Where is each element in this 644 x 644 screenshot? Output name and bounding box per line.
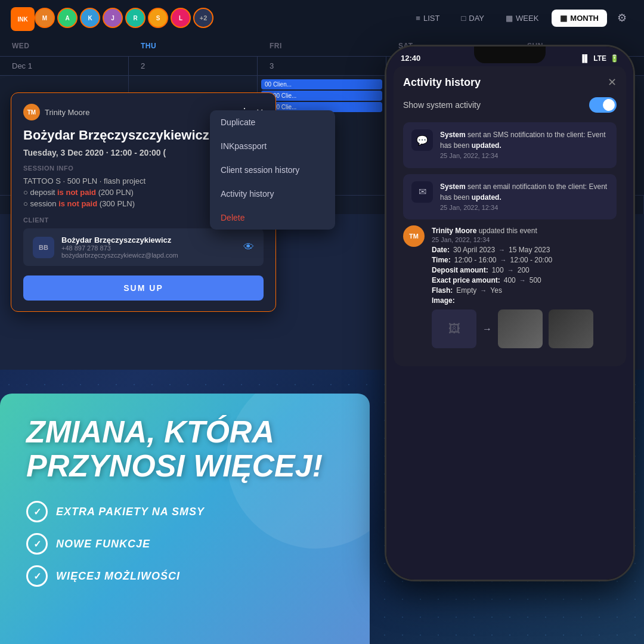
feature-list: EXTRA PAKIETY NA SMSY NOWE FUNKCJE WIĘCE…: [26, 501, 343, 587]
signal-type: LTE: [593, 54, 606, 63]
user-update-avatar: TM: [403, 225, 425, 247]
card-user-avatar: TM: [23, 104, 40, 120]
check-icon-2: [26, 533, 48, 555]
promo-title-line2: PRZYNOSI WIĘCEJ!: [26, 448, 323, 483]
avatar-6[interactable]: R: [125, 8, 145, 28]
sms-icon: 💬: [411, 129, 433, 151]
promo-section: ZMIANA, KTÓRA PRZYNOSI WIĘCEJ! EXTRA PAK…: [0, 394, 370, 644]
cal-date-3: 3: [258, 57, 386, 75]
activity-item-sms: 💬 System sent an SMS notification to the…: [403, 122, 617, 168]
activity-user-row: TM Trinity Moore updated this event 25 J…: [403, 225, 617, 348]
ctx-inkpassport[interactable]: INKpassport: [210, 134, 335, 158]
change-image-label: Image:: [432, 296, 593, 305]
activity-close-button[interactable]: ✕: [608, 76, 617, 89]
update-time: 25 Jan, 2022, 12:34: [432, 236, 593, 243]
context-menu: Duplicate INKpassport Client session his…: [210, 110, 335, 230]
avatar-8[interactable]: L: [171, 8, 191, 28]
avatar-list: T M A K J R S L +2: [12, 8, 213, 28]
week-icon: ▦: [506, 14, 513, 23]
feature-text-3: WIĘCEJ MOŻLIWOŚCI: [56, 570, 180, 583]
promo-title-line1: ZMIANA, KTÓRA: [26, 414, 274, 449]
update-user-name: Trinity Moore: [432, 227, 476, 235]
feature-item-1: EXTRA PAKIETY NA SMSY: [26, 501, 343, 522]
image-thumb-1: [498, 309, 543, 348]
app-logo: INK: [11, 7, 35, 31]
avatar-3[interactable]: A: [57, 8, 78, 28]
system-activity-label: Show system activity: [403, 100, 481, 110]
topbar: T M A K J R S L +2 ≡ LIST □ DAY ▦ WEEK ▦…: [0, 0, 644, 36]
ctx-duplicate[interactable]: Duplicate: [210, 110, 335, 134]
cal-event-2[interactable]: 14:00 Clie...: [261, 91, 382, 101]
sms-time: 25 Jan, 2022, 12:34: [440, 151, 608, 161]
check-icon-3: [26, 565, 48, 587]
view-month-button[interactable]: ▦ MONTH: [552, 10, 607, 27]
activity-text-email: System sent an email notification to the…: [440, 181, 608, 213]
deposit-status: is not paid: [57, 188, 96, 197]
toggle-knob: [603, 99, 615, 111]
check-icon-1: [26, 501, 48, 522]
image-placeholder: 🖼: [432, 309, 476, 348]
activity-text-sms: System sent an SMS notification to the c…: [440, 129, 608, 161]
client-phone: +48 897 278 873: [61, 244, 243, 252]
view-list-button[interactable]: ≡ LIST: [407, 10, 448, 27]
cal-event-1[interactable]: 00 Clien...: [261, 79, 382, 89]
feature-item-2: NOWE FUNKCJE: [26, 533, 343, 555]
phone-screen: 12:40 ▐▌ LTE 🔋 Activity history ✕ Show s…: [386, 47, 633, 580]
avatar-2[interactable]: M: [35, 8, 55, 28]
cal-date-1: Dec 1: [0, 57, 129, 75]
day-icon: □: [461, 14, 466, 23]
ctx-delete[interactable]: Delete: [210, 206, 335, 230]
signal-bars-icon: ▐▌: [580, 54, 590, 63]
settings-button[interactable]: ⚙: [612, 8, 632, 28]
avatar-4[interactable]: K: [80, 8, 100, 28]
client-email: bożydarbrzęczyszczykiewicz@lapd.com: [61, 252, 243, 259]
session-amount: (300 PLN): [100, 199, 135, 208]
change-price: Exact price amount: 400 → 500: [432, 276, 593, 284]
avatar-7[interactable]: S: [148, 8, 168, 28]
email-time: 25 Jan, 2022, 12:34: [440, 203, 608, 213]
feature-text-1: EXTRA PAKIETY NA SMSY: [56, 506, 205, 518]
ctx-client-history[interactable]: Client session history: [210, 158, 335, 182]
client-card: BB Bożydar Brzęczyszczykiewicz +48 897 2…: [23, 228, 264, 266]
activity-title: Activity history: [403, 76, 481, 89]
cal-date-2: 2: [129, 57, 258, 75]
battery-icon: 🔋: [610, 54, 619, 63]
client-info: Bożydar Brzęczyszczykiewicz +48 897 278 …: [61, 236, 243, 259]
change-flash: Flash: Empty → Yes: [432, 286, 593, 295]
list-icon: ≡: [416, 14, 420, 23]
activity-item-email: ✉ System sent an email notification to t…: [403, 174, 617, 220]
user-update-text: Trinity Moore updated this event 25 Jan,…: [432, 225, 593, 348]
image-row: 🖼 →: [432, 309, 593, 348]
feature-text-2: NOWE FUNKCJE: [56, 538, 150, 550]
sum-up-button[interactable]: SUM UP: [23, 275, 264, 301]
phone-frame: 12:40 ▐▌ LTE 🔋 Activity history ✕ Show s…: [385, 45, 635, 581]
activity-header: Activity history ✕: [403, 76, 617, 89]
ctx-activity-history[interactable]: Activity history: [210, 182, 335, 206]
phone-mockup: 12:40 ▐▌ LTE 🔋 Activity history ✕ Show s…: [385, 45, 635, 629]
email-icon: ✉: [411, 181, 433, 203]
phone-notch: [474, 47, 546, 63]
cal-header-fri: FRI: [258, 36, 386, 56]
month-icon: ▦: [560, 14, 567, 23]
view-controls: ≡ LIST □ DAY ▦ WEEK ▦ MONTH ⚙: [407, 8, 632, 28]
deposit-amount: (200 PLN): [98, 188, 134, 197]
promo-title: ZMIANA, KTÓRA PRZYNOSI WIĘCEJ!: [26, 415, 343, 483]
status-right: ▐▌ LTE 🔋: [580, 54, 619, 63]
image-thumb-2: [549, 309, 593, 348]
session-status: is not paid: [58, 199, 97, 208]
image-arrow: →: [482, 324, 492, 335]
cal-header-wed: WED: [0, 36, 129, 56]
feature-item-3: WIĘCEJ MOŻLIWOŚCI: [26, 565, 343, 587]
avatar-5[interactable]: J: [103, 8, 123, 28]
card-user: TM Trinity Moore: [23, 104, 89, 120]
system-activity-toggle[interactable]: [589, 97, 617, 113]
eye-icon[interactable]: 👁: [243, 241, 254, 253]
view-day-button[interactable]: □ DAY: [453, 10, 493, 27]
activity-panel: Activity history ✕ Show system activity …: [394, 66, 626, 366]
avatar-overflow[interactable]: +2: [193, 8, 213, 28]
change-date: Date: 30 April 2023 → 15 May 2023: [432, 246, 593, 254]
change-details: Date: 30 April 2023 → 15 May 2023 Time: …: [432, 246, 593, 348]
view-week-button[interactable]: ▦ WEEK: [497, 10, 547, 27]
change-deposit: Deposit amount: 100 → 200: [432, 266, 593, 274]
client-initials: BB: [33, 237, 54, 258]
